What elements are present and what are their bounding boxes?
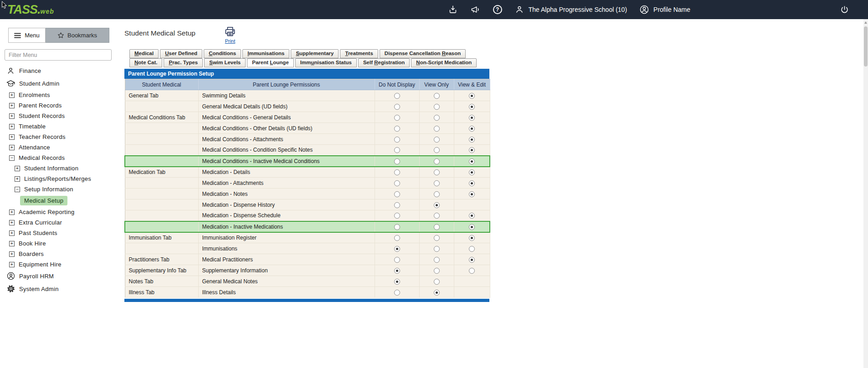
sidebar-item-book-hire[interactable]: +Book Hire	[0, 238, 116, 249]
tab-conditions[interactable]: Conditions	[204, 49, 241, 58]
tab-treatments[interactable]: Treatments	[340, 49, 378, 58]
radio-view-only[interactable]	[434, 191, 440, 197]
radio-do-not-display[interactable]	[394, 246, 400, 252]
tab-dispense-cancellation-reason[interactable]: Dispense Cancellation Reason	[380, 49, 466, 58]
tass-logo[interactable]: TASS.web	[0, 3, 54, 17]
radio-view-and-edit[interactable]	[469, 137, 475, 143]
sidebar-item-equipment-hire[interactable]: +Equipment Hire	[0, 259, 116, 270]
radio-view-and-edit[interactable]	[469, 104, 475, 110]
radio-do-not-display[interactable]	[394, 213, 400, 219]
sidebar-item-enrolments[interactable]: +Enrolments	[0, 90, 116, 100]
sidebar-item-academic-reporting[interactable]: +Academic Reporting	[0, 207, 116, 217]
radio-do-not-display[interactable]	[394, 126, 400, 132]
radio-view-only[interactable]	[434, 246, 440, 252]
expand-icon[interactable]: +	[9, 113, 15, 119]
print-button[interactable]: Print	[224, 26, 236, 44]
sidebar-item-medical-setup[interactable]: Medical Setup	[0, 194, 116, 207]
radio-view-only[interactable]	[434, 115, 440, 121]
tab-medical[interactable]: Medical	[129, 49, 159, 58]
scrollbar-thumb[interactable]	[864, 26, 868, 66]
scroll-up-icon[interactable]	[864, 21, 867, 24]
radio-view-only[interactable]	[434, 213, 440, 219]
expand-icon[interactable]: +	[9, 103, 15, 108]
sidebar-item-payroll-hrm[interactable]: Payroll HRM	[0, 270, 116, 282]
sidebar-item-boarders[interactable]: +Boarders	[0, 249, 116, 259]
radio-view-and-edit[interactable]	[469, 257, 475, 263]
radio-do-not-display[interactable]	[394, 268, 400, 274]
help-icon[interactable]: ?	[493, 5, 502, 14]
radio-view-and-edit[interactable]	[469, 224, 475, 230]
filter-menu-input[interactable]	[5, 49, 112, 61]
sidebar-item-timetable[interactable]: +Timetable	[0, 121, 116, 132]
expand-icon[interactable]: +	[9, 251, 15, 257]
tab-user-defined[interactable]: User Defined	[160, 49, 202, 58]
radio-do-not-display[interactable]	[394, 93, 400, 99]
sidebar-item-extra-curricular[interactable]: +Extra Curricular	[0, 217, 116, 228]
radio-view-only[interactable]	[434, 158, 440, 164]
radio-do-not-display[interactable]	[394, 169, 400, 175]
menu-tab-button[interactable]: Menu	[8, 28, 46, 43]
radio-view-only[interactable]	[434, 180, 440, 186]
tab-immunisation-status[interactable]: Immunisation Status	[295, 58, 357, 67]
expand-icon[interactable]: +	[9, 220, 15, 225]
expand-icon[interactable]: +	[9, 124, 15, 129]
tab-parent-lounge[interactable]: Parent Lounge	[247, 58, 294, 67]
radio-do-not-display[interactable]	[394, 279, 400, 285]
radio-view-and-edit[interactable]	[469, 235, 475, 241]
radio-view-only[interactable]	[434, 235, 440, 241]
radio-do-not-display[interactable]	[394, 191, 400, 197]
expand-icon[interactable]: +	[9, 230, 15, 236]
radio-do-not-display[interactable]	[394, 158, 400, 164]
radio-view-only[interactable]	[434, 202, 440, 208]
radio-do-not-display[interactable]	[394, 257, 400, 263]
radio-view-and-edit[interactable]	[469, 246, 475, 252]
sidebar-item-teacher-records[interactable]: +Teacher Records	[0, 132, 116, 142]
sidebar-item-past-students[interactable]: +Past Students	[0, 228, 116, 238]
radio-do-not-display[interactable]	[394, 202, 400, 208]
tab-non-script-medication[interactable]: Non-Script Medication	[411, 58, 477, 67]
radio-view-and-edit[interactable]	[469, 126, 475, 132]
radio-do-not-display[interactable]	[394, 147, 400, 153]
expand-icon[interactable]: +	[9, 145, 15, 150]
vertical-scrollbar[interactable]	[863, 19, 868, 368]
collapse-icon[interactable]: −	[9, 155, 15, 161]
radio-view-and-edit[interactable]	[469, 169, 475, 175]
tab-swim-levels[interactable]: Swim Levels	[204, 58, 246, 67]
sidebar-item-system-admin[interactable]: System Admin	[0, 282, 116, 295]
radio-view-only[interactable]	[434, 104, 440, 110]
logout-power-icon[interactable]	[839, 4, 850, 15]
school-selector[interactable]: The Alpha Progressive School (10)	[514, 4, 627, 15]
expand-icon[interactable]: +	[9, 262, 15, 267]
radio-view-only[interactable]	[434, 126, 440, 132]
sidebar-item-student-information[interactable]: +Student Information	[0, 163, 116, 174]
radio-view-and-edit[interactable]	[469, 158, 475, 164]
radio-view-and-edit[interactable]	[469, 191, 475, 197]
radio-do-not-display[interactable]	[394, 290, 400, 296]
sidebar-item-student-admin[interactable]: Student Admin	[0, 77, 116, 90]
sidebar-item-finance[interactable]: Finance	[0, 64, 116, 77]
radio-view-only[interactable]	[434, 147, 440, 153]
radio-view-only[interactable]	[434, 257, 440, 263]
radio-view-only[interactable]	[434, 93, 440, 99]
radio-view-and-edit[interactable]	[469, 147, 475, 153]
tab-note-cat[interactable]: Note Cat.	[129, 58, 162, 67]
tab-prac-types[interactable]: Prac. Types	[164, 58, 203, 67]
download-icon[interactable]	[447, 4, 458, 15]
tab-supplementary[interactable]: Supplementary	[291, 49, 339, 58]
radio-do-not-display[interactable]	[394, 180, 400, 186]
expand-icon[interactable]: +	[9, 134, 15, 140]
radio-view-and-edit[interactable]	[469, 115, 475, 121]
radio-do-not-display[interactable]	[394, 224, 400, 230]
radio-view-only[interactable]	[434, 268, 440, 274]
radio-view-only[interactable]	[434, 169, 440, 175]
radio-do-not-display[interactable]	[394, 235, 400, 241]
radio-view-only[interactable]	[434, 224, 440, 230]
expand-icon[interactable]: +	[9, 210, 15, 215]
radio-view-only[interactable]	[434, 137, 440, 143]
profile-menu[interactable]: Profile Name	[639, 4, 690, 15]
sidebar-item-medical-records[interactable]: −Medical Records	[0, 153, 116, 163]
sidebar-item-parent-records[interactable]: +Parent Records	[0, 100, 116, 111]
radio-view-only[interactable]	[434, 290, 440, 296]
radio-do-not-display[interactable]	[394, 115, 400, 121]
radio-view-and-edit[interactable]	[469, 180, 475, 186]
